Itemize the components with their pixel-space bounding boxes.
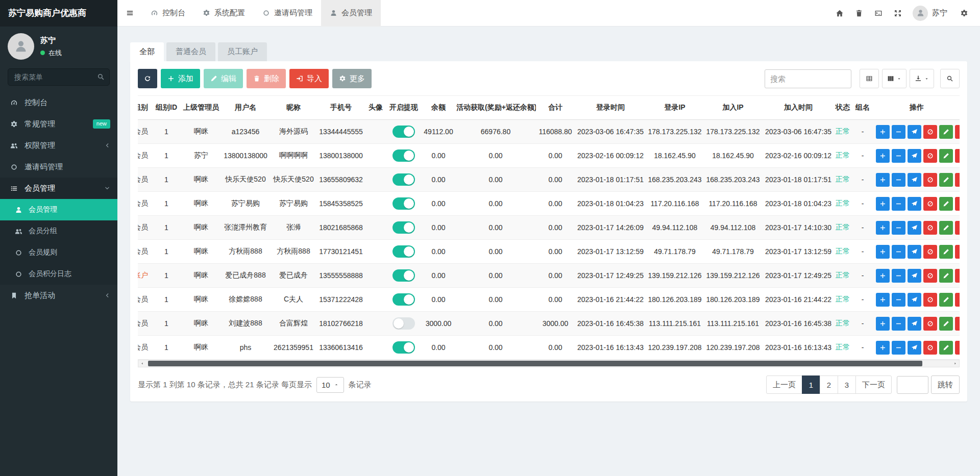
topnav-tab-invite-code[interactable]: 邀请码管理 — [254, 0, 321, 27]
deduct-balance-button[interactable] — [892, 317, 905, 331]
columns-button[interactable] — [882, 69, 906, 88]
send-message-button[interactable] — [908, 149, 921, 163]
trash-icon[interactable] — [849, 0, 869, 27]
delete-member-button[interactable] — [955, 341, 960, 355]
refresh-button[interactable] — [138, 69, 157, 88]
horizontal-scrollbar[interactable] — [138, 360, 960, 367]
topnav-tab-member-manage[interactable]: 会员管理 — [321, 0, 381, 27]
send-message-button[interactable] — [908, 221, 921, 235]
menu-search-input[interactable] — [8, 68, 110, 86]
deduct-balance-button[interactable] — [892, 341, 905, 355]
withdraw-toggle[interactable] — [393, 197, 415, 210]
edit-member-button[interactable] — [939, 221, 953, 235]
disable-member-button[interactable] — [923, 197, 937, 211]
table-row[interactable]: 普通会员1啊眯张潉潭州教育张浉180216858680.000.000.0020… — [138, 216, 960, 240]
next-page-button[interactable]: 下一页 — [855, 375, 892, 394]
edit-button[interactable]: 编辑 — [204, 69, 243, 88]
add-balance-button[interactable] — [876, 269, 890, 283]
delete-member-button[interactable] — [955, 245, 960, 259]
table-row[interactable]: 普通会员1啊眯苏宁易购苏宁易购158453585250.000.000.0020… — [138, 192, 960, 216]
deduct-balance-button[interactable] — [892, 197, 905, 211]
send-message-button[interactable] — [908, 317, 921, 331]
filter-tab-all[interactable]: 全部 — [130, 42, 164, 61]
page-size-select[interactable]: 10 — [316, 377, 344, 393]
import-button[interactable]: 导入 — [289, 69, 329, 88]
withdraw-toggle[interactable] — [393, 245, 415, 258]
page-button-1[interactable]: 1 — [802, 375, 820, 394]
search-toggle-button[interactable] — [940, 69, 960, 88]
column-header[interactable]: 昵称 — [271, 96, 316, 120]
table-row[interactable]: 员工账户1啊眯爱已成舟888爱已成舟135555588880.000.000.0… — [138, 264, 960, 288]
topnav-tab-system-config[interactable]: 系统配置 — [194, 0, 254, 27]
disable-member-button[interactable] — [923, 245, 937, 259]
deduct-balance-button[interactable] — [892, 293, 905, 307]
topnav-tab-dashboard[interactable]: 控制台 — [142, 0, 194, 27]
filter-tab-employee-account[interactable]: 员工账户 — [218, 42, 267, 61]
withdraw-toggle[interactable] — [393, 126, 415, 138]
column-header[interactable]: 手机号 — [316, 96, 365, 120]
delete-member-button[interactable] — [955, 173, 960, 187]
disable-member-button[interactable] — [923, 341, 937, 355]
delete-member-button[interactable] — [955, 125, 960, 139]
disable-member-button[interactable] — [923, 269, 937, 283]
add-balance-button[interactable] — [876, 317, 890, 331]
add-button[interactable]: 添加 — [161, 69, 200, 88]
delete-member-button[interactable] — [955, 221, 960, 235]
jump-page-input[interactable] — [897, 376, 928, 394]
deduct-balance-button[interactable] — [892, 245, 905, 259]
table-row[interactable]: 普通会员1啊眯phs2621359951133606134160.000.000… — [138, 336, 960, 360]
column-header[interactable]: 开启提现 — [386, 96, 422, 120]
edit-member-button[interactable] — [939, 197, 953, 211]
filter-tab-normal-member[interactable]: 普通会员 — [166, 42, 215, 61]
column-header[interactable]: 登录时间 — [575, 96, 646, 120]
column-header[interactable]: 组名 — [851, 96, 874, 120]
table-row[interactable]: 普通会员1啊眯刘建波888合富辉煌181027662183000.000.003… — [138, 312, 960, 336]
withdraw-toggle[interactable] — [393, 269, 415, 282]
column-header[interactable]: 组别ID — [151, 96, 182, 120]
sidebar-item-grab-activity[interactable]: 抢单活动 — [0, 285, 117, 306]
edit-member-button[interactable] — [939, 173, 953, 187]
sidebar-item-auth[interactable]: 权限管理 — [0, 135, 117, 156]
add-balance-button[interactable] — [876, 245, 890, 259]
prev-page-button[interactable]: 上一页 — [766, 375, 802, 394]
column-header[interactable]: 用户名 — [220, 96, 271, 120]
scroll-right-arrow-icon[interactable] — [951, 360, 959, 367]
sidebar-item-member-manage[interactable]: 会员管理 — [0, 199, 117, 220]
home-icon[interactable] — [830, 0, 849, 27]
table-row[interactable]: 普通会员1啊眯快乐天使520快乐天使520136558096320.000.00… — [138, 168, 960, 192]
edit-member-button[interactable] — [939, 269, 953, 283]
sidebar-item-invite-code[interactable]: 邀请码管理 — [0, 156, 117, 178]
table-search-input[interactable] — [765, 69, 851, 88]
withdraw-toggle[interactable] — [393, 293, 415, 306]
add-balance-button[interactable] — [876, 293, 890, 307]
withdraw-toggle[interactable] — [393, 221, 415, 234]
disable-member-button[interactable] — [923, 173, 937, 187]
delete-member-button[interactable] — [955, 293, 960, 307]
withdraw-toggle[interactable] — [393, 173, 415, 186]
send-message-button[interactable] — [908, 293, 921, 307]
sidebar-item-member[interactable]: 会员管理 — [0, 178, 117, 199]
table-row[interactable]: 普通会员1啊眯徐嫦嫦888C夫人153712224280.000.000.002… — [138, 288, 960, 312]
add-balance-button[interactable] — [876, 125, 890, 139]
column-header[interactable]: 组别 — [138, 96, 151, 120]
topnav-avatar[interactable] — [913, 6, 928, 21]
edit-member-button[interactable] — [939, 125, 953, 139]
terminal-icon[interactable] — [869, 0, 888, 27]
send-message-button[interactable] — [908, 269, 921, 283]
column-header[interactable]: 状态 — [834, 96, 851, 120]
sidebar-item-member-group[interactable]: 会员分组 — [0, 220, 117, 242]
deduct-balance-button[interactable] — [892, 269, 905, 283]
export-button[interactable] — [910, 69, 934, 88]
deduct-balance-button[interactable] — [892, 149, 905, 163]
send-message-button[interactable] — [908, 173, 921, 187]
delete-member-button[interactable] — [955, 269, 960, 283]
column-header[interactable]: 活动获取(奖励+返还余额) — [455, 96, 536, 120]
column-header[interactable]: 上级管理员 — [182, 96, 220, 120]
add-balance-button[interactable] — [876, 149, 890, 163]
table-row[interactable]: 普通会员1苏宁13800138000啊啊啊啊138001380000.000.0… — [138, 144, 960, 168]
disable-member-button[interactable] — [923, 125, 937, 139]
send-message-button[interactable] — [908, 125, 921, 139]
sidebar-item-dashboard[interactable]: 控制台 — [0, 92, 117, 113]
deduct-balance-button[interactable] — [892, 221, 905, 235]
withdraw-toggle[interactable] — [393, 149, 415, 162]
